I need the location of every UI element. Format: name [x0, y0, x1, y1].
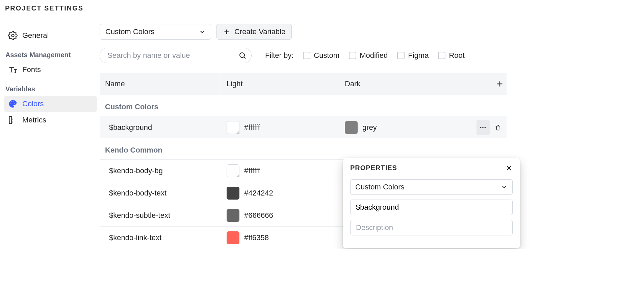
search-input[interactable] [107, 51, 238, 60]
light-value[interactable]: #ffffff [221, 164, 339, 177]
filter-label-text: Figma [408, 51, 429, 60]
svg-point-2 [240, 53, 244, 58]
sidebar-item-label: General [22, 31, 49, 40]
group-title: Kendo Common [100, 138, 507, 159]
color-label: #424242 [244, 189, 273, 198]
popover-group-select[interactable]: Custom Colors [350, 179, 513, 195]
checkbox-icon [438, 52, 445, 59]
popover-description-input[interactable] [355, 223, 508, 232]
color-swatch[interactable] [227, 231, 239, 244]
filter-figma[interactable]: Figma [397, 51, 429, 60]
sidebar-item-label: Metrics [22, 116, 46, 124]
chevron-down-icon [501, 184, 508, 190]
checkbox-icon [303, 52, 310, 59]
page-title: Project Settings [0, 0, 644, 17]
sidebar-item-colors[interactable]: Colors [4, 96, 97, 112]
popover-group-value: Custom Colors [355, 183, 404, 191]
popover-name-field[interactable] [350, 200, 513, 215]
color-label: #ff6358 [244, 233, 269, 242]
svg-point-0 [11, 34, 14, 37]
color-swatch[interactable] [227, 164, 239, 177]
sidebar-item-general[interactable]: General [4, 27, 97, 44]
add-theme-button[interactable] [495, 78, 504, 90]
popover-title: Properties [350, 164, 397, 172]
scope-select[interactable]: Custom Colors [100, 24, 211, 40]
color-swatch[interactable] [227, 209, 239, 222]
svg-point-3 [480, 127, 482, 128]
svg-point-4 [483, 127, 484, 128]
column-header-light[interactable]: Light [221, 79, 339, 88]
dark-value[interactable]: grey [339, 121, 471, 134]
sidebar-item-fonts[interactable]: Fonts [4, 62, 97, 78]
sidebar-item-metrics[interactable]: Metrics [4, 112, 97, 128]
group-title: Custom Colors [100, 95, 507, 116]
light-value[interactable]: #424242 [221, 187, 339, 200]
popover-description-field[interactable] [350, 220, 513, 235]
close-button[interactable] [505, 164, 513, 172]
light-value[interactable]: #666666 [221, 209, 339, 222]
sidebar-section-assets: Assets Management [4, 44, 97, 62]
color-swatch[interactable] [227, 121, 239, 134]
chevron-down-icon [199, 28, 206, 36]
sidebar: General Assets Management Fonts Variable… [0, 17, 100, 249]
create-variable-button[interactable]: Create Variable [216, 24, 292, 40]
row-actions [471, 120, 507, 135]
column-header-dark[interactable]: Dark [339, 79, 471, 88]
type-icon [8, 65, 18, 74]
filter-label-text: Custom [314, 51, 339, 60]
ruler-icon [8, 115, 18, 125]
scope-select-value: Custom Colors [105, 27, 154, 36]
plus-icon [495, 79, 504, 88]
filter-label-text: Root [449, 51, 464, 60]
create-variable-label: Create Variable [234, 27, 285, 36]
column-header-name[interactable]: Name [100, 73, 221, 95]
plus-icon [223, 28, 230, 36]
variable-name: $kendo-subtle-text [100, 211, 221, 220]
properties-popover: Properties Custom Colors [343, 158, 520, 248]
variable-name: $kendo-body-text [100, 189, 221, 198]
color-label: grey [362, 123, 377, 132]
color-label: #666666 [244, 211, 273, 220]
svg-point-5 [485, 127, 486, 128]
sidebar-item-label: Colors [22, 99, 44, 108]
filter-root[interactable]: Root [438, 51, 464, 60]
color-swatch[interactable] [345, 121, 358, 134]
light-value[interactable]: #ffffff [221, 121, 339, 134]
variable-name: $kendo-link-text [100, 233, 221, 242]
gear-icon [8, 31, 18, 40]
table-header: Name Light Dark [100, 73, 507, 95]
filter-by-label: Filter by: [265, 51, 293, 60]
sidebar-section-variables: Variables [4, 78, 97, 96]
color-label: #ffffff [244, 166, 260, 175]
svg-rect-1 [9, 117, 12, 124]
filter-modified[interactable]: Modified [349, 51, 388, 60]
variable-name: $background [100, 123, 221, 132]
checkbox-icon [349, 52, 356, 59]
filter-label-text: Modified [360, 51, 388, 60]
color-swatch[interactable] [227, 187, 239, 200]
filter-custom[interactable]: Custom [303, 51, 339, 60]
table-row[interactable]: $background#ffffffgrey [100, 116, 507, 138]
palette-icon [8, 99, 18, 109]
search-icon [238, 51, 247, 60]
variable-name: $kendo-body-bg [100, 166, 221, 175]
sidebar-item-label: Fonts [22, 65, 41, 74]
light-value[interactable]: #ff6358 [221, 231, 339, 244]
delete-button[interactable] [494, 123, 501, 132]
popover-name-input[interactable] [355, 203, 508, 212]
color-label: #ffffff [244, 123, 260, 132]
search-field[interactable] [100, 48, 252, 63]
row-more-button[interactable] [476, 120, 490, 135]
checkbox-icon [397, 52, 405, 59]
